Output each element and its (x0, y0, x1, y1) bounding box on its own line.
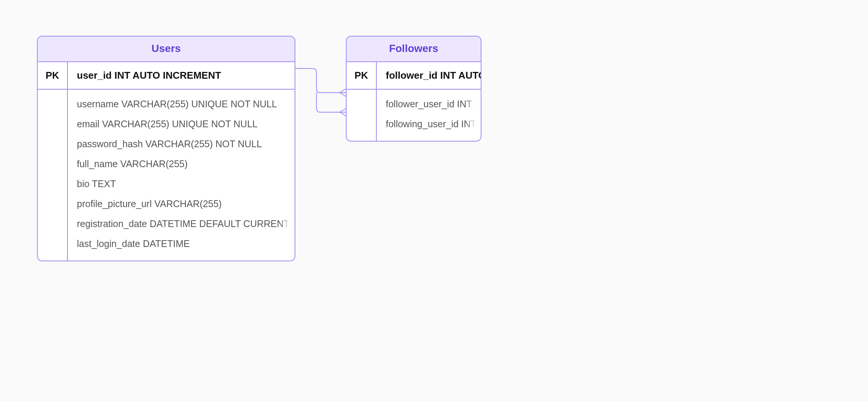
users-field: password_hash VARCHAR(255) NOT NULL (68, 134, 295, 154)
relationship-connector (295, 64, 346, 120)
entity-followers-title: Followers (347, 37, 481, 62)
svg-line-3 (340, 112, 346, 116)
svg-line-0 (340, 89, 346, 93)
users-pk-field: user_id INT AUTO INCREMENT (68, 62, 295, 90)
users-field: registration_date DATETIME DEFAULT CURRE… (68, 214, 295, 234)
svg-line-1 (340, 93, 346, 96)
er-diagram-canvas: Users PK user_id INT AUTO INCREMENT user… (0, 0, 868, 401)
users-fields: username VARCHAR(255) UNIQUE NOT NULL em… (68, 90, 295, 261)
entity-users[interactable]: Users PK user_id INT AUTO INCREMENT user… (37, 36, 295, 261)
entity-users-title: Users (38, 37, 295, 62)
followers-fields: follower_user_id INT NOT NULL following_… (377, 90, 481, 141)
followers-pk-label: PK (347, 62, 376, 90)
entity-followers[interactable]: Followers PK follower_id INT AUTO INCREM… (346, 36, 481, 142)
followers-field: following_user_id INT NOT NULL (377, 114, 481, 134)
svg-line-2 (340, 108, 346, 112)
users-field: full_name VARCHAR(255) (68, 154, 295, 174)
followers-pk-field: follower_id INT AUTO INCREMENT (377, 62, 481, 90)
users-field: last_login_date DATETIME (68, 234, 295, 254)
users-field: bio TEXT (68, 174, 295, 194)
users-field: username VARCHAR(255) UNIQUE NOT NULL (68, 94, 295, 114)
users-field: email VARCHAR(255) UNIQUE NOT NULL (68, 114, 295, 134)
users-pk-label: PK (38, 62, 67, 90)
followers-field: follower_user_id INT NOT NULL (377, 94, 481, 114)
users-field: profile_picture_url VARCHAR(255) (68, 194, 295, 214)
